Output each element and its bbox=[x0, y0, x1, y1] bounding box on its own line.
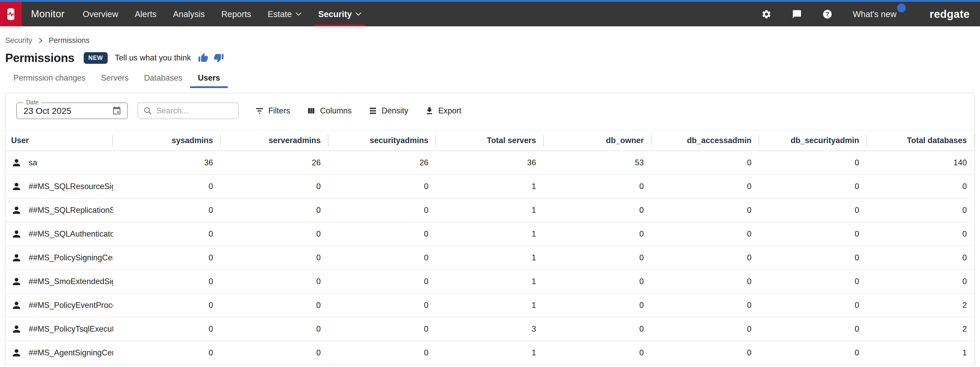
cell-db-owner: 0 bbox=[544, 229, 652, 238]
calendar-icon[interactable] bbox=[112, 106, 122, 116]
tab-servers[interactable]: Servers bbox=[93, 70, 136, 86]
user-name: ##MS_SmoExtendedSigningCer bbox=[29, 277, 113, 286]
feedback-chat-icon[interactable] bbox=[792, 9, 802, 19]
page-title: Permissions bbox=[5, 51, 74, 65]
tab-permission-changes[interactable]: Permission changes bbox=[6, 70, 93, 86]
export-button[interactable]: Export bbox=[425, 106, 461, 116]
thumbs-up-icon[interactable] bbox=[198, 53, 208, 63]
cell-db-securityadmin: 0 bbox=[759, 229, 867, 238]
date-field-value: 23 Oct 2025 bbox=[17, 106, 112, 116]
new-badge: NEW bbox=[84, 52, 108, 64]
cell-db-accessadmin: 0 bbox=[652, 182, 759, 191]
cell-sysadmins: 0 bbox=[113, 300, 221, 310]
columns-button[interactable]: Columns bbox=[307, 106, 352, 116]
user-icon bbox=[11, 252, 22, 263]
table-row[interactable]: ##MS_SQLResourceSigningCer00010000 bbox=[5, 175, 975, 199]
breadcrumb-security[interactable]: Security bbox=[5, 36, 32, 44]
column-header-securityadmins[interactable]: securityadmins bbox=[328, 130, 436, 151]
cell-total-databases: 1 bbox=[867, 348, 975, 357]
cell-total-databases: 2 bbox=[867, 324, 975, 334]
settings-gear-icon[interactable] bbox=[761, 9, 772, 19]
table-header-row: UsersysadminsserveradminssecurityadminsT… bbox=[5, 130, 975, 151]
user-cell: ##MS_SQLAuthenticatorCertific bbox=[5, 229, 113, 240]
search-box bbox=[138, 103, 239, 119]
redgate-logo: redgate bbox=[930, 8, 970, 21]
cell-db-owner: 53 bbox=[544, 158, 652, 167]
cell-total-servers: 3 bbox=[436, 324, 544, 334]
cell-db-securityadmin: 0 bbox=[759, 277, 867, 286]
cell-db-owner: 0 bbox=[544, 277, 652, 286]
density-button[interactable]: Density bbox=[368, 106, 408, 116]
cell-total-servers: 1 bbox=[436, 277, 544, 286]
nav-item-alerts[interactable]: Alerts bbox=[135, 2, 156, 26]
table-row[interactable]: sa362626365300140 bbox=[5, 151, 975, 175]
table-row[interactable]: ##MS_PolicyTsqlExecutionLogi00030002 bbox=[5, 318, 975, 341]
table-row[interactable]: ##MS_SmoExtendedSigningCer00010000 bbox=[5, 270, 975, 294]
redgate-monitor-logo[interactable] bbox=[0, 2, 22, 26]
density-icon bbox=[368, 106, 377, 116]
cell-total-databases: 140 bbox=[867, 158, 975, 167]
nav-item-security[interactable]: Security bbox=[318, 2, 361, 26]
breadcrumb-permissions: Permissions bbox=[49, 36, 90, 44]
cell-sysadmins: 0 bbox=[113, 206, 221, 215]
column-header-db-owner[interactable]: db_owner bbox=[544, 130, 652, 151]
whats-new-link[interactable]: What's new bbox=[853, 9, 899, 19]
cell-db-accessadmin: 0 bbox=[652, 253, 759, 262]
table-row[interactable]: ##MS_AgentSigningCertificate#00010001 bbox=[5, 341, 975, 365]
app-screen: Monitor Overview Alerts Analysis Reports… bbox=[0, 0, 980, 367]
cell-total-databases: 0 bbox=[867, 182, 975, 191]
cell-total-databases: 0 bbox=[867, 253, 975, 262]
column-header-db-securityadmin[interactable]: db_securityadmin bbox=[759, 130, 867, 151]
cell-total-databases: 0 bbox=[867, 277, 975, 286]
user-name: ##MS_SQLAuthenticatorCertific bbox=[29, 229, 113, 238]
tab-databases[interactable]: Databases bbox=[136, 70, 190, 86]
nav-item-estate[interactable]: Estate bbox=[268, 2, 302, 26]
cell-serveradmins: 0 bbox=[221, 206, 328, 215]
cell-serveradmins: 0 bbox=[221, 300, 328, 310]
column-header-serveradmins[interactable]: serveradmins bbox=[221, 130, 328, 151]
column-header-total-servers[interactable]: Total servers bbox=[436, 130, 544, 151]
help-icon[interactable]: ? bbox=[822, 9, 832, 19]
table-row[interactable]: ##MS_PolicySigningCertificate#00010000 bbox=[5, 246, 975, 270]
cell-db-securityadmin: 0 bbox=[759, 348, 867, 357]
user-cell: ##MS_PolicySigningCertificate# bbox=[5, 252, 113, 263]
user-cell: ##MS_SmoExtendedSigningCer bbox=[5, 276, 113, 287]
cell-securityadmins: 0 bbox=[328, 206, 436, 215]
feedback-prompt: Tell us what you think bbox=[115, 53, 191, 62]
cell-sysadmins: 0 bbox=[113, 348, 221, 357]
cell-total-servers: 1 bbox=[436, 206, 544, 215]
table-row[interactable]: ##MS_PolicyEventProcessingLo00010002 bbox=[5, 294, 975, 318]
cell-db-accessadmin: 0 bbox=[652, 324, 759, 334]
cell-serveradmins: 0 bbox=[221, 229, 328, 238]
product-name: Monitor bbox=[31, 8, 65, 20]
tab-users[interactable]: Users bbox=[190, 70, 228, 86]
column-header-sysadmins[interactable]: sysadmins bbox=[113, 130, 221, 151]
cell-db-accessadmin: 0 bbox=[652, 229, 759, 238]
notification-dot bbox=[897, 4, 906, 13]
table-toolbar: Date 23 Oct 2025 Filters Columns bbox=[5, 93, 975, 130]
chevron-down-icon bbox=[296, 12, 302, 16]
table-row[interactable]: ##MS_SQLReplicationSigningCe00010000 bbox=[5, 199, 975, 222]
table-row[interactable]: ##MS_SQLAuthenticatorCertific00010000 bbox=[5, 222, 975, 246]
column-header-user[interactable]: User bbox=[5, 130, 113, 151]
table-body: sa362626365300140##MS_SQLResourceSigning… bbox=[5, 151, 975, 365]
column-header-total-databases[interactable]: Total databases bbox=[867, 130, 975, 151]
download-icon bbox=[425, 106, 434, 116]
users-table-card: Date 23 Oct 2025 Filters Columns bbox=[5, 93, 975, 365]
cell-sysadmins: 0 bbox=[113, 229, 221, 238]
column-header-db-accessadmin[interactable]: db_accessadmin bbox=[652, 130, 759, 151]
cell-total-servers: 1 bbox=[436, 182, 544, 191]
user-cell: ##MS_AgentSigningCertificate# bbox=[5, 347, 113, 358]
cell-securityadmins: 0 bbox=[328, 348, 436, 357]
date-picker-field[interactable]: Date 23 Oct 2025 bbox=[16, 103, 128, 119]
nav-item-reports[interactable]: Reports bbox=[221, 2, 251, 26]
nav-item-analysis[interactable]: Analysis bbox=[173, 2, 205, 26]
cell-serveradmins: 0 bbox=[221, 277, 328, 286]
cell-securityadmins: 0 bbox=[328, 300, 436, 310]
thumbs-down-icon[interactable] bbox=[213, 53, 224, 63]
filters-button[interactable]: Filters bbox=[255, 106, 290, 116]
search-input[interactable] bbox=[156, 106, 229, 116]
nav-item-overview[interactable]: Overview bbox=[83, 2, 118, 26]
cell-db-securityadmin: 0 bbox=[759, 253, 867, 262]
cell-serveradmins: 0 bbox=[221, 348, 328, 357]
